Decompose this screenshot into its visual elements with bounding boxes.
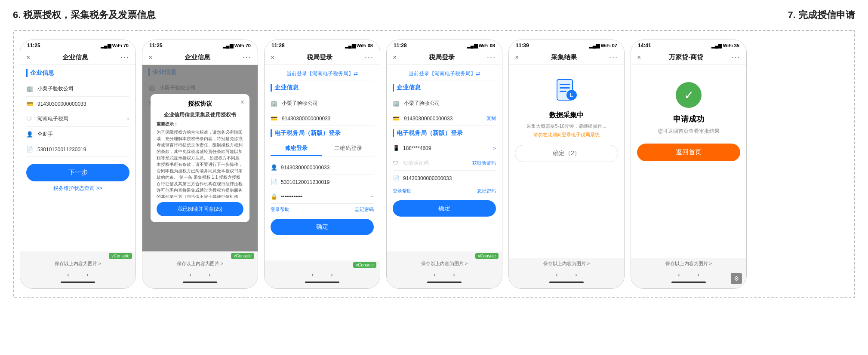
save-bar-5[interactable]: 保存以上内容为图片 >: [509, 260, 624, 269]
tax-id-icon-4: 📄: [393, 175, 400, 181]
confirm-btn-5[interactable]: 确定（2）: [515, 145, 618, 162]
sms-icon-4: 🛡: [393, 160, 400, 166]
header-title-6: 万家贷-商贷: [669, 53, 703, 61]
close-btn-6[interactable]: ×: [637, 54, 641, 61]
close-btn-5[interactable]: ×: [515, 54, 519, 61]
nav-bar-6: ‹ ›: [631, 269, 746, 280]
next-button-1[interactable]: 下一步: [26, 164, 129, 181]
battery-4: 08: [490, 43, 495, 48]
login-help-link-3[interactable]: 登录帮助: [271, 206, 289, 213]
phone-bottom-5: 保存以上内容为图片 > ‹ ›: [509, 258, 624, 288]
nav-back-4[interactable]: ‹: [434, 271, 436, 278]
nav-back-1[interactable]: ‹: [67, 271, 69, 278]
input-password-3[interactable]: 🔒 •••••••••••• ~: [271, 190, 374, 204]
phones-row: 11:25 ▂▄▆ WiFi 70 × 企业信息 ··· 企业信息 🏢 小栗子验…: [13, 30, 855, 298]
nav-back-6[interactable]: ‹: [678, 271, 680, 278]
id-text: 53010120011230019: [37, 147, 129, 153]
id-value-3[interactable]: 53010120011230019: [281, 179, 374, 185]
nav-fwd-6[interactable]: ›: [697, 271, 699, 278]
input-username-3[interactable]: 👤 91430300000000033: [271, 161, 374, 174]
forget-pwd-link-4[interactable]: 忘记密码: [477, 188, 496, 194]
tab-password-login[interactable]: 账密登录: [271, 141, 322, 156]
tax-link-1[interactable]: 税务维护状态查询 >>: [26, 185, 129, 192]
agree-button[interactable]: 我已阅读并同意(2s): [157, 202, 243, 216]
tax-no-4: 91430300000000033: [404, 116, 484, 122]
phone-header-4: × 税局登录 ···: [387, 50, 502, 65]
confirm-btn-4[interactable]: 确定: [393, 200, 496, 217]
save-bar-6[interactable]: 保存以上内容为图片 >: [631, 260, 746, 269]
nav-fwd-5[interactable]: ›: [575, 271, 577, 278]
forget-pwd-link-3[interactable]: 忘记密码: [355, 206, 374, 213]
password-value-3[interactable]: ••••••••••••: [281, 194, 371, 200]
tax-no-icon-4: 💳: [393, 115, 400, 122]
more-btn-6[interactable]: ···: [731, 53, 740, 62]
save-bar-4[interactable]: 保存以上内容为图片 >: [387, 260, 502, 269]
more-btn-2[interactable]: ···: [243, 53, 252, 62]
vconsole-badge-4[interactable]: vConsole: [475, 253, 499, 259]
nav-back-3[interactable]: ‹: [311, 271, 314, 278]
tab-qr-login[interactable]: 二维码登录: [322, 141, 374, 156]
sms-placeholder-4[interactable]: 短信验证码: [403, 159, 472, 167]
nav-back-2[interactable]: ‹: [189, 271, 191, 278]
nav-fwd-4[interactable]: ›: [453, 271, 455, 278]
more-btn-5[interactable]: ···: [609, 53, 618, 62]
vconsole-bar-4: vConsole: [387, 253, 502, 260]
vconsole-badge-3[interactable]: vConsole: [353, 262, 376, 268]
modal-close-btn[interactable]: ×: [240, 98, 244, 106]
more-btn-3[interactable]: ···: [365, 53, 374, 62]
tax-bureau-header-4[interactable]: 当前登录【湖南电子税务局】⇄: [393, 67, 496, 80]
nav-back-5[interactable]: ‹: [556, 271, 558, 278]
login-help-link-4[interactable]: 登录帮助: [393, 188, 412, 194]
phone-header-3: × 税局登录 ···: [265, 50, 380, 65]
tax-no-row-3: 💳 91430300000000033: [271, 111, 374, 126]
signal-icon-6: ▂▄▆: [711, 43, 722, 49]
vconsole-badge-1[interactable]: vConsole: [109, 253, 132, 259]
close-btn-4[interactable]: ×: [393, 54, 397, 61]
more-btn-4[interactable]: ···: [487, 53, 496, 62]
save-bar-2[interactable]: 保存以上内容为图片 >: [142, 260, 258, 269]
phone-action-4[interactable]: >: [493, 146, 496, 151]
username-value-3[interactable]: 91430300000000033: [281, 165, 374, 171]
status-bar-3: 11:28 ▂▄▆ WiFi 08: [265, 40, 380, 50]
success-desc-6: 您可返回首页查看审批结果: [637, 128, 740, 135]
copy-btn-4[interactable]: 复制: [486, 115, 496, 122]
vconsole-badge-2[interactable]: vConsole: [231, 253, 254, 259]
section-headers: 6. 税票授权，采集税务及发票信息 7. 完成授信申请: [13, 9, 855, 21]
vconsole-bar-2: vConsole: [142, 253, 258, 260]
phone-value-4[interactable]: 188****4609: [403, 145, 493, 151]
tax-bureau-header-3[interactable]: 当前登录【湖南电子税务局】⇄: [271, 67, 374, 80]
home-indicator-6: [671, 282, 706, 283]
settings-gear-6[interactable]: ⚙: [731, 273, 742, 284]
nav-fwd-1[interactable]: ›: [86, 271, 89, 278]
tax-id-value-4[interactable]: 91430300000000033: [403, 175, 496, 181]
phone-header-6: × 万家贷-商贷 ···: [631, 50, 746, 65]
close-btn-3[interactable]: ×: [271, 54, 274, 61]
close-btn-2[interactable]: ×: [148, 54, 152, 61]
confirm-btn-3[interactable]: 确定: [271, 219, 374, 235]
tax-no-row-4: 💳 91430300000000033 复制: [393, 111, 496, 126]
status-icons-4: ▂▄▆ WiFi 08: [467, 43, 495, 49]
battery-2: 70: [246, 43, 251, 48]
back-home-btn-6[interactable]: 返回首页: [637, 144, 740, 161]
more-btn-1[interactable]: ···: [120, 53, 129, 62]
input-phone-4[interactable]: 📱 188****4609 >: [393, 141, 496, 155]
time-5: 11:39: [516, 43, 529, 49]
save-bar-1[interactable]: 保存以上内容为图片 >: [20, 260, 135, 269]
input-id-3[interactable]: 📄 53010120011230019: [271, 175, 374, 189]
nav-fwd-2[interactable]: ›: [209, 271, 211, 278]
input-sms-4[interactable]: 🛡 短信验证码 获取验证码: [393, 156, 496, 171]
username-icon-3: 👤: [271, 164, 278, 171]
get-code-btn-4[interactable]: 获取验证码: [472, 160, 496, 166]
tax-no-3: 91430300000000033: [282, 116, 374, 122]
phone-body-2: 企业信息 🏢 小栗子验收公司 💳 91430300000000033 授权协议 …: [142, 65, 258, 251]
info-row-tax-bureau[interactable]: 🛡 湖南电子税局 >: [26, 111, 129, 127]
show-password-btn[interactable]: ~: [371, 194, 374, 199]
collection-svg: L: [554, 78, 579, 102]
nav-fwd-3[interactable]: ›: [331, 271, 333, 278]
phone-body-5: L 数据采集中 采集大概需要5-10分钟，请继续操作... 请勿在此期间登录电子…: [509, 65, 624, 258]
phone-body-6: ✓ 申请成功 您可返回首页查看审批结果 返回首页: [631, 65, 746, 258]
close-btn-1[interactable]: ×: [26, 54, 30, 61]
input-tax-id-4[interactable]: 📄 91430300000000033: [393, 171, 496, 185]
home-indicator-1: [61, 282, 95, 283]
info-row-company: 🏢 小栗子验收公司: [26, 81, 129, 97]
